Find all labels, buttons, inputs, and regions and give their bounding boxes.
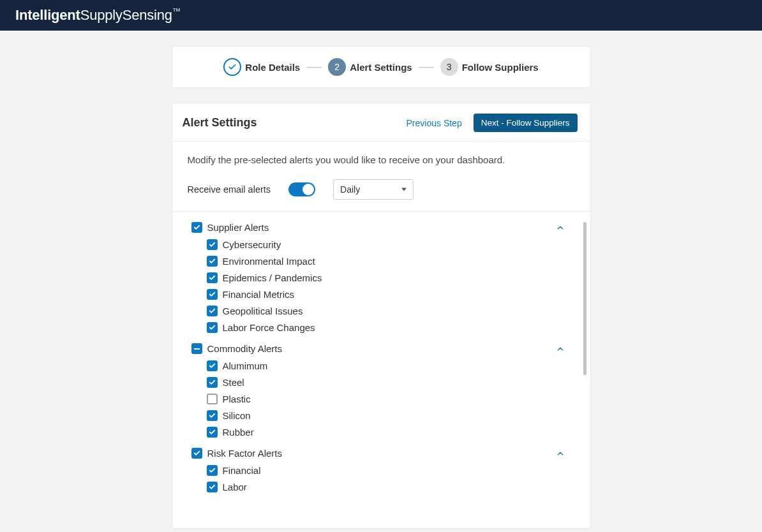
alert-group: Commodity AlertsAlumimumSteelPlasticSili…: [191, 343, 584, 438]
app-header: IntelligentSupplySensingTM: [0, 0, 762, 31]
check-icon: [209, 467, 216, 474]
alert-item[interactable]: Environmental Impact: [207, 256, 584, 267]
check-icon: [193, 450, 200, 457]
alert-item[interactable]: Financial Metrics: [207, 289, 584, 300]
panel-body: Modify the pre-selected alerts you would…: [172, 142, 590, 211]
check-icon: [209, 324, 216, 331]
alert-group-title: Commodity Alerts: [207, 343, 283, 354]
alert-item[interactable]: Rubber: [207, 427, 584, 438]
step-label: Follow Suppliers: [462, 62, 539, 73]
alert-group-header[interactable]: Commodity Alerts: [191, 343, 584, 354]
check-icon: [209, 274, 216, 281]
email-alert-label: Receive email alerts: [188, 184, 271, 195]
checkbox-checked[interactable]: [207, 306, 218, 316]
alert-item-label: Plastic: [223, 394, 251, 404]
alert-group: Risk Factor AlertsFinancialLabor: [191, 448, 584, 492]
next-step-button[interactable]: Next - Follow Suppliers: [474, 114, 578, 132]
step-follow-suppliers[interactable]: 3 Follow Suppliers: [440, 58, 539, 76]
alert-item-label: Cybersecurity: [223, 239, 281, 250]
check-icon: [209, 362, 216, 369]
check-icon: [209, 307, 216, 314]
checkbox-checked[interactable]: [207, 256, 218, 267]
panel-description: Modify the pre-selected alerts you would…: [188, 154, 575, 165]
panel-actions: Previous Step Next - Follow Suppliers: [407, 114, 578, 132]
checkbox-checked[interactable]: [207, 360, 218, 371]
check-icon: [209, 258, 216, 265]
alert-item-label: Environmental Impact: [223, 256, 315, 267]
alerts-section: Supplier AlertsCybersecurityEnvironmenta…: [172, 211, 590, 528]
checkbox-unchecked[interactable]: [207, 394, 218, 404]
alert-group-items: AlumimumSteelPlasticSiliconRubber: [191, 360, 584, 438]
alert-item-label: Geopolitical Issues: [223, 306, 303, 316]
alert-item[interactable]: Steel: [207, 377, 584, 388]
alert-item-label: Labor: [223, 482, 247, 492]
step-divider: [419, 67, 434, 68]
app-logo: IntelligentSupplySensingTM: [15, 7, 172, 24]
chevron-up-icon[interactable]: [556, 449, 565, 461]
checkbox-checked[interactable]: [207, 289, 218, 300]
step-alert-settings[interactable]: 2 Alert Settings: [328, 58, 412, 76]
email-alert-toggle[interactable]: [288, 182, 315, 196]
alert-group-items: CybersecurityEnvironmental ImpactEpidemi…: [191, 239, 584, 333]
alert-item[interactable]: Alumimum: [207, 360, 584, 371]
alert-item-label: Alumimum: [223, 360, 268, 371]
checkbox-checked[interactable]: [207, 322, 218, 333]
step-divider: [306, 67, 322, 68]
checkbox-checked[interactable]: [207, 239, 218, 250]
checkbox-checked[interactable]: [207, 427, 218, 438]
check-icon: [209, 379, 216, 386]
toggle-knob: [303, 184, 314, 195]
previous-step-button[interactable]: Previous Step: [407, 118, 462, 128]
step-number: 3: [440, 58, 458, 76]
alert-item[interactable]: Epidemics / Pandemics: [207, 272, 584, 283]
checkbox-indeterminate[interactable]: [191, 343, 202, 354]
alert-item-label: Epidemics / Pandemics: [223, 272, 322, 283]
alert-item[interactable]: Geopolitical Issues: [207, 306, 584, 316]
alert-item[interactable]: Cybersecurity: [207, 239, 584, 250]
logo-tm: TM: [173, 7, 180, 13]
check-icon: [193, 224, 200, 231]
alert-item[interactable]: Labor: [207, 482, 584, 492]
alert-item[interactable]: Plastic: [207, 394, 584, 404]
check-icon: [209, 484, 216, 491]
panel-title: Alert Settings: [183, 116, 257, 129]
checkbox-checked[interactable]: [207, 410, 218, 421]
caret-down-icon: [401, 188, 407, 191]
alert-group-header[interactable]: Supplier Alerts: [191, 222, 584, 233]
frequency-select[interactable]: Daily: [333, 179, 414, 200]
checkbox-checked[interactable]: [191, 222, 202, 233]
stepper: Role Details 2 Alert Settings 3 Follow S…: [172, 47, 590, 87]
checkbox-checked[interactable]: [191, 448, 202, 459]
alert-item[interactable]: Financial: [207, 465, 584, 476]
alert-item-label: Financial Metrics: [223, 289, 295, 300]
check-icon: [209, 291, 216, 298]
checkbox-checked[interactable]: [207, 377, 218, 388]
logo-light: SupplySensing: [80, 7, 172, 23]
checkbox-checked[interactable]: [207, 272, 218, 283]
step-label: Role Details: [245, 62, 300, 73]
check-icon: [209, 412, 216, 419]
step-label: Alert Settings: [350, 62, 412, 73]
alert-group-title: Risk Factor Alerts: [207, 448, 283, 459]
alert-item-label: Financial: [223, 465, 261, 476]
alert-item[interactable]: Labor Force Changes: [207, 322, 584, 333]
alert-item-label: Silicon: [223, 410, 251, 421]
alert-settings-panel: Alert Settings Previous Step Next - Foll…: [172, 103, 590, 528]
email-alert-row: Receive email alerts Daily: [188, 179, 575, 200]
alert-item-label: Labor Force Changes: [223, 322, 315, 333]
checkbox-checked[interactable]: [207, 465, 218, 476]
alert-item-label: Steel: [223, 377, 244, 388]
chevron-up-icon[interactable]: [556, 223, 565, 235]
chevron-up-icon[interactable]: [556, 344, 565, 356]
scrollbar-thumb[interactable]: [583, 222, 586, 375]
step-role-details[interactable]: Role Details: [223, 58, 300, 76]
alert-group-items: FinancialLabor: [191, 465, 584, 492]
checkbox-checked[interactable]: [207, 482, 218, 492]
panel-header: Alert Settings Previous Step Next - Foll…: [172, 103, 590, 142]
minus-icon: [194, 348, 200, 350]
alert-group-header[interactable]: Risk Factor Alerts: [191, 448, 584, 459]
step-number: 2: [328, 58, 346, 76]
check-icon: [209, 241, 216, 248]
alert-item[interactable]: Silicon: [207, 410, 584, 421]
logo-bold: Intelligent: [15, 7, 80, 23]
